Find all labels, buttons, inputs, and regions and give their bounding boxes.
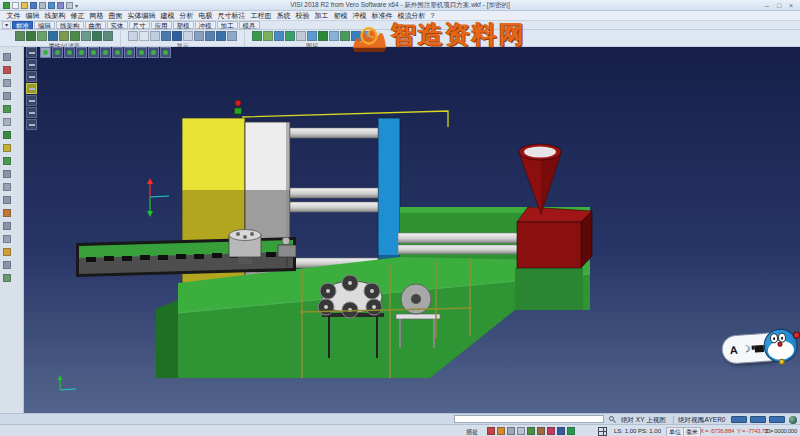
app-logo-icon[interactable] xyxy=(3,2,10,9)
zoom-window-icon[interactable] xyxy=(216,31,226,41)
redo-icon[interactable] xyxy=(57,2,64,9)
mirror-icon[interactable] xyxy=(3,144,11,152)
menu-item[interactable]: 修正 xyxy=(68,11,87,21)
ribbon-tab[interactable]: 尺寸 xyxy=(129,21,150,29)
front-view-icon[interactable] xyxy=(76,47,87,58)
wireframe-display-icon[interactable] xyxy=(139,31,149,41)
menu-item[interactable]: 塑模 xyxy=(331,11,350,21)
menu-item[interactable]: 冲模 xyxy=(350,11,369,21)
ribbon-tab[interactable]: 曲面 xyxy=(85,21,106,29)
ucs-icon[interactable] xyxy=(497,427,505,435)
zoom-icon[interactable] xyxy=(26,71,37,82)
refresh-icon[interactable] xyxy=(26,119,37,130)
fillet-icon[interactable] xyxy=(3,183,11,191)
previous-view-icon[interactable] xyxy=(26,107,37,118)
dynamic-rotate-icon[interactable] xyxy=(26,83,37,94)
transparency-icon[interactable] xyxy=(183,31,193,41)
rotate-view-icon[interactable] xyxy=(148,47,159,58)
rotate-icon[interactable] xyxy=(3,131,11,139)
close-button[interactable]: × xyxy=(785,1,797,10)
menu-item[interactable]: 工程图 xyxy=(248,11,274,21)
measure-icon[interactable] xyxy=(3,248,11,256)
layer-move-icon[interactable] xyxy=(307,31,317,41)
menu-item[interactable]: 编辑 xyxy=(23,11,42,21)
minimize-button[interactable]: – xyxy=(761,1,773,10)
layer-manager-icon[interactable] xyxy=(252,31,262,41)
select-filter-icon[interactable] xyxy=(3,53,11,61)
scissors-icon[interactable] xyxy=(3,92,11,100)
layer-all-icon[interactable] xyxy=(362,31,372,41)
menu-item[interactable]: 建模 xyxy=(158,11,177,21)
ribbon-tab[interactable]: 冲模 xyxy=(195,21,216,29)
ribbon-tab[interactable]: 应用 xyxy=(151,21,172,29)
menu-item[interactable]: 曲面 xyxy=(106,11,125,21)
color-filter-icon[interactable] xyxy=(26,31,36,41)
menu-item[interactable]: 分析 xyxy=(177,11,196,21)
menu-item[interactable]: 实体编辑 xyxy=(125,11,158,21)
ribbon-tab[interactable]: 加工 xyxy=(217,21,238,29)
grid-crosshair-icon[interactable] xyxy=(598,427,607,436)
offset-icon[interactable] xyxy=(3,170,11,178)
reference-point-icon[interactable] xyxy=(547,427,555,435)
menu-item[interactable]: 加工 xyxy=(312,11,331,21)
hidden-line-icon[interactable] xyxy=(150,31,160,41)
render-mode-sphere-icon[interactable] xyxy=(789,416,797,424)
menu-item[interactable]: 线架构 xyxy=(42,11,68,21)
back-view-icon[interactable] xyxy=(88,47,99,58)
ribbon-tab[interactable]: 标准 xyxy=(12,21,33,29)
viewport-3d[interactable]: A ☽ xyxy=(24,47,800,413)
chamfer-icon[interactable] xyxy=(3,196,11,204)
solid-filter-icon[interactable] xyxy=(70,31,80,41)
active-layer-label[interactable]: LAYER0 xyxy=(701,416,725,423)
attribute-icon[interactable] xyxy=(15,31,25,41)
window-layout-icon[interactable] xyxy=(40,47,51,58)
layer-new-icon[interactable] xyxy=(285,31,295,41)
shade-edges-icon[interactable] xyxy=(172,31,182,41)
trim-icon[interactable] xyxy=(3,79,11,87)
view-lock-icon[interactable] xyxy=(517,427,525,435)
redraw-icon[interactable] xyxy=(227,31,237,41)
open-folder-icon[interactable] xyxy=(21,2,28,9)
units-value[interactable]: 毫米 xyxy=(683,427,701,436)
break-icon[interactable] xyxy=(3,222,11,230)
extend-icon[interactable] xyxy=(3,209,11,217)
section-icon[interactable] xyxy=(557,427,565,435)
menu-item[interactable]: ? xyxy=(428,12,437,19)
top-view-icon[interactable] xyxy=(64,47,75,58)
new-document-icon[interactable] xyxy=(12,2,19,9)
axonometric-view-icon[interactable] xyxy=(136,47,147,58)
delete-icon[interactable] xyxy=(3,66,11,74)
layer-on-icon[interactable] xyxy=(263,31,273,41)
shading-icon[interactable] xyxy=(128,31,138,41)
menu-item[interactable]: 网格 xyxy=(87,11,106,21)
join-icon[interactable] xyxy=(3,235,11,243)
print-icon[interactable] xyxy=(39,2,46,9)
copy-icon[interactable] xyxy=(3,118,11,126)
maximize-button[interactable]: □ xyxy=(773,1,785,10)
snap-label[interactable]: 捕捉 xyxy=(466,428,478,436)
left-view-icon[interactable] xyxy=(100,47,111,58)
menu-item[interactable]: 电极 xyxy=(196,11,215,21)
move-icon[interactable] xyxy=(3,105,11,113)
undo-icon[interactable] xyxy=(48,2,55,9)
menu-item[interactable]: 系统 xyxy=(274,11,293,21)
units-label[interactable]: 单位 xyxy=(666,427,684,436)
right-view-icon[interactable] xyxy=(112,47,123,58)
surface-filter-icon[interactable] xyxy=(81,31,91,41)
layer-copy-icon[interactable] xyxy=(329,31,339,41)
transport-icon[interactable] xyxy=(537,427,545,435)
dimension-icon[interactable] xyxy=(3,261,11,269)
ribbon-tab[interactable]: 线架构 xyxy=(56,21,84,29)
menu-item[interactable]: 校验 xyxy=(293,11,312,21)
layer-isolate-icon[interactable] xyxy=(340,31,350,41)
menu-item[interactable]: 文件 xyxy=(4,11,23,21)
layer-green-icon[interactable] xyxy=(318,31,328,41)
layer-lock-icon[interactable] xyxy=(351,31,361,41)
ribbon-tab[interactable]: 编辑 xyxy=(34,21,55,29)
layers-icon[interactable] xyxy=(3,274,11,282)
menu-item[interactable]: 尺寸标注 xyxy=(215,11,248,21)
save-icon[interactable] xyxy=(30,2,37,9)
menu-item[interactable]: 标准件 xyxy=(369,11,395,21)
plane-icon[interactable] xyxy=(507,427,515,435)
fit-view-icon[interactable] xyxy=(160,47,171,58)
